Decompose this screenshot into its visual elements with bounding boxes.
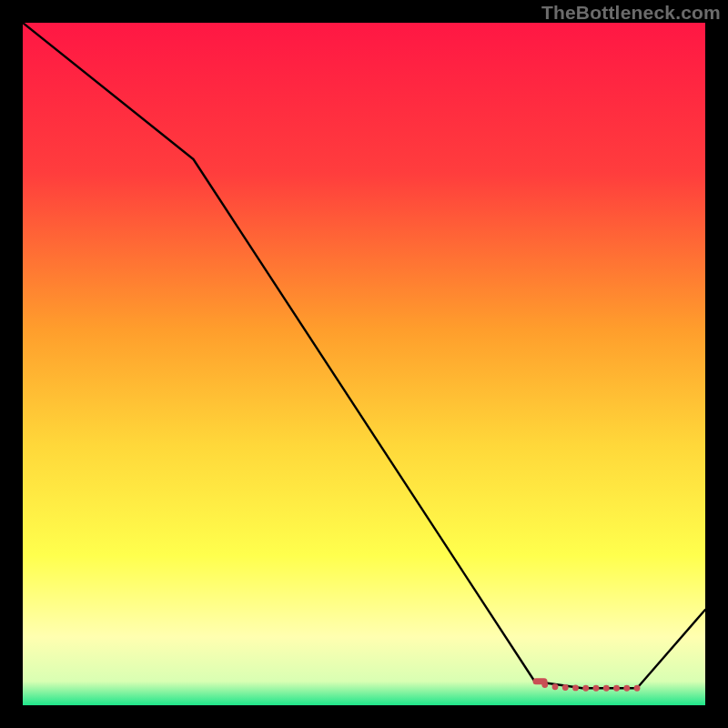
- marker-dot: [603, 685, 610, 692]
- marker-dot: [572, 684, 579, 691]
- chart-root: TheBottleneck.com: [0, 0, 728, 728]
- marker-dot: [552, 683, 559, 690]
- marker-dot: [562, 684, 569, 691]
- chart-svg: [23, 23, 705, 705]
- marker-dot: [634, 685, 641, 692]
- plot-area: [23, 23, 705, 705]
- marker-dot: [582, 685, 589, 692]
- marker-dot: [541, 682, 548, 688]
- gradient-background: [23, 23, 705, 705]
- watermark-text: TheBottleneck.com: [541, 2, 721, 24]
- marker-dot: [613, 685, 620, 692]
- marker-dot: [593, 685, 600, 692]
- marker-dot: [623, 685, 630, 692]
